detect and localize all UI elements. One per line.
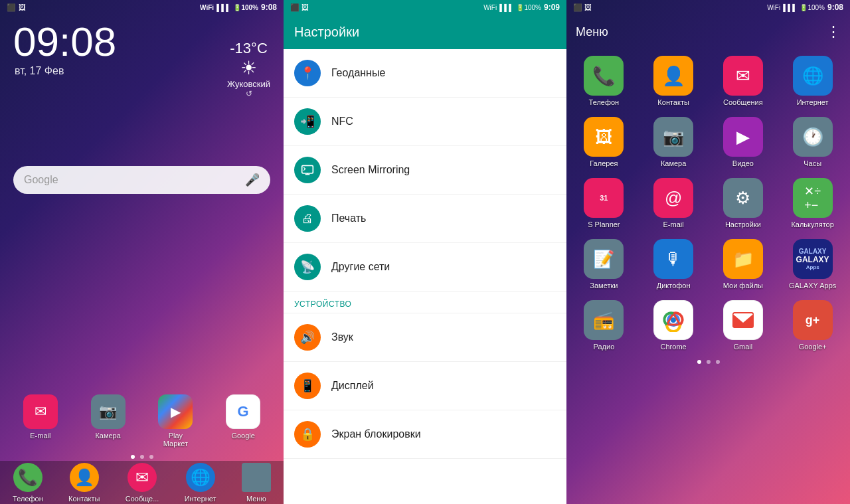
- app-gallery[interactable]: 🖼 Галерея: [573, 117, 635, 167]
- contacts-app-label: Контакты: [657, 98, 689, 106]
- internet-label: Интернет: [185, 495, 216, 503]
- recorder-app-icon: 🎙: [653, 239, 693, 279]
- email-label: E-mail: [30, 432, 50, 440]
- settings-other-networks[interactable]: 📡 Другие сети: [284, 243, 566, 292]
- settings-nfc[interactable]: 📲 NFC: [284, 98, 566, 146]
- app-camera[interactable]: 📷 Камера: [643, 117, 705, 167]
- app-gmail[interactable]: Gmail: [713, 300, 774, 351]
- weather-icon: ☀: [227, 57, 270, 79]
- networks-label: Другие сети: [331, 261, 390, 273]
- app-chrome[interactable]: Chrome: [643, 300, 705, 351]
- weather-widget: -13°C ☀ Жуковский ↺: [227, 40, 270, 98]
- menu-icon: [242, 463, 271, 492]
- status-bar-left: ⬛ 🖼: [7, 3, 26, 12]
- email-app-icon: @: [653, 178, 693, 218]
- search-bar[interactable]: Google 🎤: [13, 166, 270, 194]
- app-notes[interactable]: 📝 Заметки: [573, 239, 635, 290]
- apps-grid: 📞 Телефон 👤 Контакты ✉ Сообщения 🌐 Интер…: [566, 49, 850, 357]
- galaxy-apps-icon: GALAXY GALAXY Apps: [793, 239, 833, 279]
- settings-screen-mirroring[interactable]: Screen Mirroring: [284, 146, 566, 195]
- signal-icon: ▌▌▌: [216, 4, 230, 11]
- internet-icon: 🌐: [186, 463, 215, 492]
- app-clock[interactable]: 🕐 Часы: [782, 117, 843, 167]
- app-video[interactable]: ▶ Видео: [713, 117, 774, 167]
- dot-2: [140, 455, 144, 459]
- refresh-icon[interactable]: ↺: [227, 89, 270, 98]
- app-myfiles[interactable]: 📁 Мои файлы: [713, 239, 774, 290]
- apps-header: Меню ⋮: [566, 15, 850, 49]
- a-wifi: WiFi: [767, 4, 780, 11]
- dock-email[interactable]: ✉ E-mail: [23, 394, 58, 448]
- settings-sound[interactable]: 🔊 Звук: [284, 313, 566, 362]
- messages-app-icon: ✉: [723, 56, 763, 96]
- myfiles-app-icon: 📁: [723, 239, 763, 279]
- app-contacts[interactable]: 👤 Контакты: [643, 56, 705, 106]
- display-label: Дисплей: [331, 380, 374, 392]
- display-icon: 📱: [294, 373, 321, 399]
- taskbar-menu[interactable]: Меню: [242, 463, 271, 503]
- sound-icon: 🔊: [294, 324, 321, 351]
- taskbar-internet[interactable]: 🌐 Интернет: [185, 463, 216, 503]
- status-bar-home: ⬛ 🖼 WiFi ▌▌▌ 🔋100% 9:08: [0, 0, 284, 15]
- app-splanner[interactable]: 31 S Planner: [573, 178, 635, 228]
- contacts-icon: 👤: [70, 463, 99, 492]
- app-phone[interactable]: 📞 Телефон: [573, 56, 635, 106]
- app-internet[interactable]: 🌐 Интернет: [782, 56, 843, 106]
- app-galaxy-apps[interactable]: GALAXY GALAXY Apps GALAXY Apps: [782, 239, 843, 290]
- dock-google[interactable]: G Google: [226, 394, 260, 448]
- mirroring-icon: [294, 157, 321, 183]
- calc-app-label: Калькулятор: [791, 220, 833, 228]
- section-device: УСТРОЙСТВО: [284, 292, 566, 313]
- settings-app-icon: ⚙: [723, 178, 763, 218]
- messages-icon: ✉: [128, 463, 157, 492]
- recorder-app-label: Диктофон: [657, 282, 691, 290]
- email-app-label: E-mail: [663, 220, 684, 228]
- phone-app-icon: 📞: [584, 56, 624, 96]
- camera-app-label: Камера: [661, 159, 686, 167]
- nfc-icon: 📲: [294, 108, 321, 135]
- app-messages[interactable]: ✉ Сообщения: [713, 56, 774, 106]
- settings-print[interactable]: 🖨 Печать: [284, 195, 566, 243]
- s-signal: ▌▌▌: [499, 4, 513, 11]
- splanner-app-icon: 31: [584, 178, 624, 218]
- settings-lock-screen[interactable]: 🔒 Экран блокировки: [284, 410, 566, 459]
- app-email[interactable]: @ E-mail: [643, 178, 705, 228]
- google-label: Google: [231, 432, 254, 440]
- camera-icon: 📷: [91, 394, 126, 429]
- s-time: 9:09: [544, 3, 560, 12]
- apps-overflow-menu[interactable]: ⋮: [826, 23, 841, 41]
- internet-app-icon: 🌐: [793, 56, 833, 96]
- google-icon: G: [226, 394, 260, 429]
- settings-geodata[interactable]: 📍 Геоданные: [284, 49, 566, 98]
- app-settings[interactable]: ⚙ Настройки: [713, 178, 774, 228]
- dock-playmarket[interactable]: ▶ PlayМаркет: [158, 394, 193, 448]
- playmarket-label: PlayМаркет: [163, 432, 188, 448]
- taskbar-messages[interactable]: ✉ Сообще...: [126, 463, 159, 503]
- settings-status-left: ⬛ 🖼: [290, 3, 309, 12]
- wifi-icon: WiFi: [200, 4, 214, 11]
- gmail-app-icon: [723, 300, 763, 340]
- as-icon1: ⬛: [573, 3, 582, 11]
- app-recorder[interactable]: 🎙 Диктофон: [643, 239, 705, 290]
- messages-label: Сообще...: [126, 495, 159, 503]
- app-gplus[interactable]: g+ Google+: [782, 300, 843, 351]
- as-icon2: 🖼: [584, 3, 592, 11]
- dock-camera[interactable]: 📷 Камера: [91, 394, 126, 448]
- geodata-icon: 📍: [294, 60, 321, 86]
- app-radio[interactable]: 📻 Радио: [573, 300, 635, 351]
- nfc-label: NFC: [331, 116, 353, 127]
- apps-page-dots: [566, 360, 850, 364]
- taskbar-contacts[interactable]: 👤 Контакты: [68, 463, 100, 503]
- settings-display[interactable]: 📱 Дисплей: [284, 362, 566, 410]
- screenshot-icon: ⬛: [7, 3, 16, 12]
- contacts-label: Контакты: [68, 495, 100, 503]
- taskbar-phone[interactable]: 📞 Телефон: [13, 463, 43, 503]
- app-calc[interactable]: ✕÷+− Калькулятор: [782, 178, 843, 228]
- messages-app-label: Сообщения: [723, 98, 763, 106]
- myfiles-app-label: Мои файлы: [723, 282, 763, 290]
- mic-icon[interactable]: 🎤: [245, 173, 260, 187]
- video-app-label: Видео: [732, 159, 754, 167]
- apps-dot-1: [697, 360, 701, 364]
- panel-apps: ⬛ 🖼 WiFi ▌▌▌ 🔋100% 9:08 Меню ⋮ 📞 Телефон…: [566, 0, 850, 504]
- apps-dot-3: [716, 360, 720, 364]
